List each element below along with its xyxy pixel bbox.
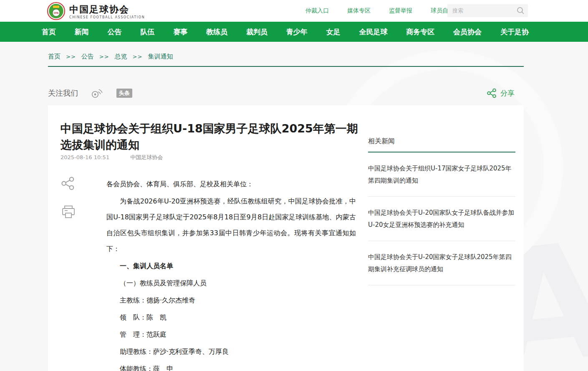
article-paragraph: （一）教练员及管理保障人员 — [106, 275, 356, 291]
nav-item[interactable]: 关于足协 — [500, 27, 529, 37]
logo-title: 中国足球协会 — [69, 5, 145, 15]
main-nav: 首页新闻公告队伍赛事教练员裁判员青少年女足全民足球商务专区会员协会关于足协 — [0, 22, 588, 42]
article-paragraph: 一、集训人员名单 — [106, 258, 356, 274]
top-link[interactable]: 监督举报 — [389, 7, 412, 15]
top-link[interactable]: 媒体专区 — [347, 7, 371, 15]
logo-text: 中国足球协会 CHINESE FOOTBALL ASSOCIATION — [69, 5, 145, 19]
article-meta: 2025-08-16 10:51 中国足球协会 — [61, 154, 163, 161]
article-tools — [61, 176, 76, 221]
nav-item[interactable]: 商务专区 — [406, 27, 434, 37]
related-news-sidebar: 相关新闻 中国足球协会关于组织U-17国家女子足球队2025年第四期集训的通知中… — [368, 137, 515, 285]
article-paragraph: 管 理：范跃庭 — [106, 327, 356, 343]
breadcrumb-separator: >> — [99, 53, 109, 60]
breadcrumb-item[interactable]: 公告 — [81, 53, 94, 61]
related-news-list: 中国足球协会关于组织U-17国家女子足球队2025年第四期集训的通知中国足球协会… — [368, 152, 515, 285]
search-input[interactable] — [447, 4, 528, 17]
cfa-crest-icon: CFA — [47, 2, 66, 22]
article-paragraph: 领 队：陈 凯 — [106, 310, 356, 325]
related-news-item[interactable]: 中国足球协会关于组织U-17国家女子足球队2025年第四期集训的通知 — [368, 152, 515, 197]
breadcrumb-separator: >> — [133, 53, 143, 60]
search-box — [447, 4, 528, 17]
breadcrumb: 首页 >> 公告 >> 总览 >> 集训通知 >> — [48, 53, 524, 67]
article-date: 2025-08-16 10:51 — [61, 154, 109, 160]
share-button[interactable]: 分享 — [487, 88, 515, 98]
svg-text:CFA: CFA — [54, 12, 59, 14]
nav-item[interactable]: 教练员 — [206, 27, 227, 37]
article-title: 中国足球协会关于组织U-18国家男子足球队2025年第一期选拔集训的通知 — [61, 120, 359, 153]
related-news-title: 相关新闻 — [368, 137, 515, 152]
breadcrumb-item[interactable]: 总览 — [115, 53, 127, 61]
nav-item[interactable]: 公告 — [108, 27, 122, 37]
related-news-item[interactable]: 中国足球协会关于U-20国家女子足球队2025年第四期集训补充征调球员的通知 — [368, 241, 515, 285]
nav-item[interactable]: 会员协会 — [453, 27, 482, 37]
follow-bar: 关注我们 头条 分享 — [48, 86, 524, 100]
breadcrumb-item[interactable]: 集训通知 — [148, 53, 173, 61]
top-header-bar: CFA 中国足球协会 CHINESE FOOTBALL ASSOCIATION … — [0, 0, 588, 22]
article-paragraph: 助理教练：萨沙·克利亚季奇、万厚良 — [106, 344, 356, 360]
nav-item[interactable]: 队伍 — [140, 27, 154, 37]
cfa-logo[interactable]: CFA 中国足球协会 CHINESE FOOTBALL ASSOCIATION — [47, 2, 145, 22]
article-paragraph: 主教练：德扬·久尔杰维奇 — [106, 292, 356, 308]
print-icon[interactable] — [61, 205, 76, 221]
nav-item[interactable]: 首页 — [42, 27, 56, 37]
related-news-item[interactable]: 中国足球协会关于U-20国家队女子足球队备战并参加U-20女足亚洲杯预选赛的补充… — [368, 197, 515, 241]
article-paragraph: 为备战2026年U-20亚洲杯预选赛，经队伍教练组研究，中国足球协会批准，中国U… — [106, 193, 356, 257]
follow-us-label: 关注我们 — [48, 88, 78, 98]
weibo-icon[interactable] — [91, 88, 103, 99]
article-paragraph: 各会员协会、体育局、俱乐部、足校及相关单位： — [106, 176, 356, 192]
breadcrumb-item[interactable]: 首页 — [48, 53, 61, 61]
toutiao-badge[interactable]: 头条 — [116, 89, 132, 98]
top-links: 仲裁入口媒体专区监督举报球员自荐 — [305, 0, 454, 22]
nav-item[interactable]: 新闻 — [75, 27, 89, 37]
article-source: 中国足球协会 — [130, 154, 163, 160]
share-nodes-icon — [487, 88, 497, 98]
logo-subtitle: CHINESE FOOTBALL ASSOCIATION — [69, 15, 145, 19]
article-body: 各会员协会、体育局、俱乐部、足校及相关单位：为备战2026年U-20亚洲杯预选赛… — [106, 176, 356, 371]
top-link[interactable]: 仲裁入口 — [305, 7, 329, 15]
nav-item[interactable]: 赛事 — [173, 27, 187, 37]
nav-item[interactable]: 青少年 — [286, 27, 308, 37]
page: CFA CFA 中国足球协会 CHINESE FOOTBALL ASSOCIAT… — [0, 0, 588, 371]
breadcrumb-separator: >> — [66, 53, 76, 60]
nav-item[interactable]: 全民足球 — [359, 27, 387, 37]
share-nodes-icon[interactable] — [61, 176, 76, 192]
article-paragraph: 体能教练：薛 申 — [106, 361, 356, 371]
nav-item[interactable]: 裁判员 — [246, 27, 268, 37]
search-icon[interactable] — [517, 7, 525, 16]
article-card: 中国足球协会关于组织U-18国家男子足球队2025年第一期选拔集训的通知 202… — [48, 105, 524, 371]
share-label: 分享 — [500, 89, 515, 98]
nav-item[interactable]: 女足 — [326, 27, 341, 37]
